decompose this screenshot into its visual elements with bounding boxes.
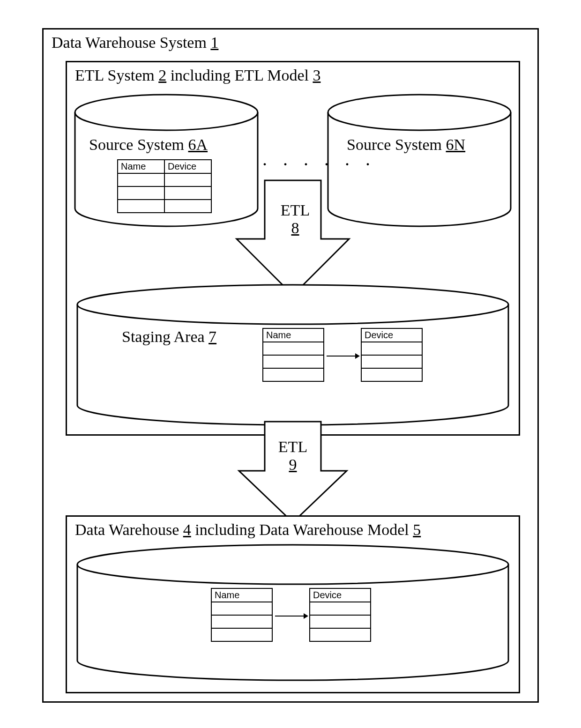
table-cell <box>164 200 211 213</box>
table-cell <box>263 342 324 355</box>
table-cell <box>211 602 272 615</box>
etl-8-arrow <box>232 178 354 300</box>
warehouse-right-header: Device <box>310 588 371 602</box>
staging-prefix: Staging Area <box>122 328 209 345</box>
staging-left-header: Name <box>263 328 324 342</box>
table-cell <box>361 342 422 355</box>
source-a-table: Name Device <box>117 159 212 213</box>
etl-9-label: ETL 9 <box>274 438 312 474</box>
table-cell <box>118 173 164 186</box>
warehouse-link-arrow-icon <box>274 611 309 621</box>
outer-title: Data Warehouse System 1 <box>52 34 218 52</box>
warehouse-prefix: Data Warehouse <box>75 521 183 538</box>
source-a-col-device: Device <box>164 160 211 173</box>
table-cell <box>118 200 164 213</box>
source-a-prefix: Source System <box>89 136 188 153</box>
warehouse-mid: including Data Warehouse Model <box>191 521 413 538</box>
source-a-num: 6A <box>188 136 208 153</box>
table-cell <box>211 615 272 628</box>
outer-title-text: Data Warehouse System <box>52 34 210 51</box>
staging-label: Staging Area 7 <box>122 328 216 346</box>
staging-link-arrow-icon <box>326 351 361 361</box>
etl-title-num: 2 <box>158 67 166 84</box>
table-cell <box>310 615 371 628</box>
etl-8-label: ETL 8 <box>276 201 314 237</box>
etl-title-num2: 3 <box>313 67 320 84</box>
etl-9-text: ETL <box>278 438 307 455</box>
table-cell <box>118 186 164 200</box>
table-cell <box>164 186 211 200</box>
warehouse-left-header: Name <box>211 588 272 602</box>
etl-9-num: 9 <box>289 456 297 473</box>
warehouse-table-right: Device <box>309 588 371 642</box>
staging-right-header: Device <box>361 328 422 342</box>
svg-point-6 <box>77 285 508 324</box>
warehouse-num2: 5 <box>413 521 421 538</box>
table-cell <box>211 628 272 641</box>
etl-title-mid: including ETL Model <box>166 67 313 84</box>
svg-marker-15 <box>304 613 308 619</box>
svg-point-11 <box>77 545 508 584</box>
etl-8-num: 8 <box>291 219 299 237</box>
warehouse-num: 4 <box>183 521 191 538</box>
source-n-num: 6N <box>446 136 466 153</box>
warehouse-title: Data Warehouse 4 including Data Warehous… <box>75 521 421 539</box>
ellipsis-dots: . . . . . . <box>262 150 376 169</box>
staging-table-right: Device <box>361 328 423 382</box>
warehouse-table-left: Name <box>211 588 273 642</box>
table-cell <box>310 628 371 641</box>
etl-system-title: ETL System 2 including ETL Model 3 <box>75 67 320 84</box>
source-a-col-name: Name <box>118 160 164 173</box>
svg-marker-10 <box>355 353 360 359</box>
table-cell <box>263 368 324 381</box>
source-a-label: Source System 6A <box>89 136 208 154</box>
table-cell <box>164 173 211 186</box>
staging-num: 7 <box>209 328 216 345</box>
staging-table-left: Name <box>262 328 324 382</box>
table-cell <box>310 602 371 615</box>
table-cell <box>361 368 422 381</box>
svg-point-3 <box>328 95 511 130</box>
table-cell <box>263 355 324 368</box>
etl-8-text: ETL <box>281 201 310 219</box>
outer-title-num: 1 <box>210 34 218 51</box>
table-cell <box>361 355 422 368</box>
etl-title-prefix: ETL System <box>75 67 158 84</box>
svg-point-0 <box>75 95 258 130</box>
